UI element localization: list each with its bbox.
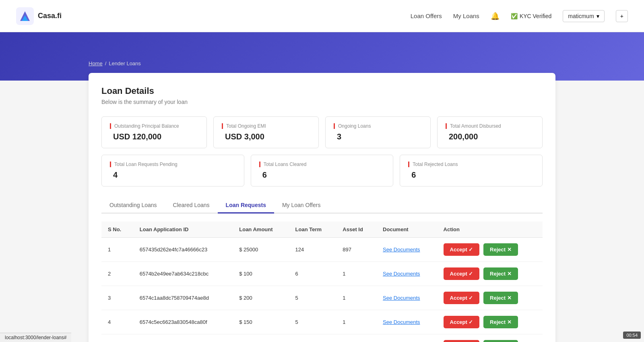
table-row: 1 657435d262e4fc7a46666c23 $ 25000 124 8… xyxy=(101,238,543,262)
cell-appid-1: 6574b2e49ee7ab634c218cbc xyxy=(133,262,233,286)
add-button[interactable]: + xyxy=(616,10,628,22)
stat-value-2: 3 xyxy=(334,132,422,141)
tab-cleared[interactable]: Cleared Loans xyxy=(165,198,218,213)
col-header-6: Action xyxy=(437,222,543,238)
stat-label-0: Outstanding Principal Balance xyxy=(110,123,198,129)
stat-value-r2-2: 6 xyxy=(408,170,534,180)
accept-button-3[interactable]: Accept ✓ xyxy=(444,316,480,328)
cell-sno-1: 2 xyxy=(101,262,133,286)
accept-button-4[interactable]: Accept ✓ xyxy=(444,340,480,342)
logo-icon xyxy=(16,7,34,25)
stat-card-r2-1: Total Loans Cleared 6 xyxy=(251,155,394,187)
stats-row-1: Outstanding Principal Balance USD 120,00… xyxy=(101,116,543,148)
col-header-2: Loan Amount xyxy=(233,222,289,238)
cell-appid-0: 657435d262e4fc7a46666c23 xyxy=(133,238,233,262)
main-card: Loan Details Below is the summary of you… xyxy=(89,73,555,342)
tabs: Outstanding LoansCleared LoansLoan Reque… xyxy=(101,198,543,213)
stat-label-r2-0: Total Loan Requests Pending xyxy=(110,162,236,167)
col-header-4: Asset Id xyxy=(336,222,376,238)
stat-card-r2-2: Total Rejected Loans 6 xyxy=(400,155,543,187)
cell-action-1: Accept ✓ Reject ✕ xyxy=(437,262,543,286)
stat-value-0: USD 120,000 xyxy=(110,132,198,141)
logo-text: Casa.fi xyxy=(38,12,62,20)
reject-button-2[interactable]: Reject ✕ xyxy=(483,292,518,304)
page-title: Loan Details xyxy=(101,86,543,96)
kyc-label: KYC Verified xyxy=(520,13,551,19)
cell-amount-0: $ 25000 xyxy=(233,238,289,262)
table-row: 4 6574c5ec6623a830548ca80f $ 150 5 1 See… xyxy=(101,310,543,334)
tab-outstanding[interactable]: Outstanding Loans xyxy=(101,198,165,213)
cell-amount-3: $ 150 xyxy=(233,310,289,334)
cell-sno-3: 4 xyxy=(101,310,133,334)
nav-my-loans[interactable]: My Loans xyxy=(453,12,479,19)
col-header-0: S No. xyxy=(101,222,133,238)
reject-button-3[interactable]: Reject ✕ xyxy=(483,316,518,328)
cell-term-4: 5 xyxy=(289,334,336,342)
user-dropdown[interactable]: maticmum ▾ xyxy=(563,10,605,22)
doc-link-0[interactable]: See Documents xyxy=(383,247,420,253)
cell-sno-0: 1 xyxy=(101,238,133,262)
cell-term-2: 5 xyxy=(289,286,336,310)
breadcrumb: Home / Lender Loans xyxy=(89,56,555,73)
breadcrumb-home[interactable]: Home xyxy=(89,60,103,66)
cell-appid-4: 6574c8175738595da8a81372 xyxy=(133,334,233,342)
tab-requests[interactable]: Loan Requests xyxy=(218,198,274,213)
cell-amount-2: $ 200 xyxy=(233,286,289,310)
cell-action-4: Accept ✓ Reject ✕ xyxy=(437,334,543,342)
table-row: 5 6574c8175738595da8a81372 $ 180 5 1 See… xyxy=(101,334,543,342)
cell-sno-2: 3 xyxy=(101,286,133,310)
stat-value-r2-1: 6 xyxy=(259,170,385,180)
stat-label-1: Total Ongoing EMI xyxy=(222,123,310,129)
doc-link-3[interactable]: See Documents xyxy=(383,319,420,325)
bell-icon[interactable]: 🔔 xyxy=(491,12,500,21)
cell-action-2: Accept ✓ Reject ✕ xyxy=(437,286,543,310)
stat-label-3: Total Amount Disbursed xyxy=(446,123,534,129)
nav-loan-offers[interactable]: Loan Offers xyxy=(411,12,442,19)
cell-asset-4: 1 xyxy=(336,334,376,342)
cell-action-0: Accept ✓ Reject ✕ xyxy=(437,238,543,262)
reject-button-0[interactable]: Reject ✕ xyxy=(483,243,518,256)
table-header: S No.Loan Application IDLoan AmountLoan … xyxy=(101,222,543,238)
time-badge: 00:54 xyxy=(623,332,641,339)
cell-appid-2: 6574c1aa8dc758709474ae8d xyxy=(133,286,233,310)
chevron-down-icon: ▾ xyxy=(597,13,599,19)
user-name: maticmum xyxy=(568,13,594,19)
accept-button-0[interactable]: Accept ✓ xyxy=(444,243,480,256)
accept-button-1[interactable]: Accept ✓ xyxy=(444,267,480,280)
cell-amount-4: $ 180 xyxy=(233,334,289,342)
stat-label-2: Ongoing Loans xyxy=(334,123,422,129)
cell-doc-3: See Documents xyxy=(376,310,437,334)
stats-row-2: Total Loan Requests Pending 4 Total Loan… xyxy=(101,155,543,187)
cell-asset-3: 1 xyxy=(336,310,376,334)
kyc-check-icon: ✅ xyxy=(511,13,518,19)
col-header-3: Loan Term xyxy=(289,222,336,238)
loans-table: S No.Loan Application IDLoan AmountLoan … xyxy=(101,222,543,342)
doc-link-1[interactable]: See Documents xyxy=(383,271,420,277)
cell-asset-1: 1 xyxy=(336,262,376,286)
cell-doc-0: See Documents xyxy=(376,238,437,262)
cell-doc-1: See Documents xyxy=(376,262,437,286)
main-container: Home / Lender Loans Loan Details Below i… xyxy=(80,56,564,342)
cell-asset-2: 1 xyxy=(336,286,376,310)
doc-link-2[interactable]: See Documents xyxy=(383,295,420,301)
accept-button-2[interactable]: Accept ✓ xyxy=(444,292,480,304)
nav-area: Loan Offers My Loans 🔔 ✅ KYC Verified ma… xyxy=(411,10,628,22)
tab-offers[interactable]: My Loan Offers xyxy=(274,198,328,213)
stat-value-r2-0: 4 xyxy=(110,170,236,180)
stat-card-2: Ongoing Loans 3 xyxy=(325,116,431,148)
cell-doc-4: See Documents xyxy=(376,334,437,342)
table-body: 1 657435d262e4fc7a46666c23 $ 25000 124 8… xyxy=(101,238,543,342)
stat-card-0: Outstanding Principal Balance USD 120,00… xyxy=(101,116,207,148)
page-subtitle: Below is the summary of your loan xyxy=(101,99,543,105)
table-row: 2 6574b2e49ee7ab634c218cbc $ 100 6 1 See… xyxy=(101,262,543,286)
reject-button-4[interactable]: Reject ✕ xyxy=(483,340,518,342)
table-wrapper: S No.Loan Application IDLoan AmountLoan … xyxy=(101,222,543,342)
breadcrumb-separator: / xyxy=(105,60,107,66)
reject-button-1[interactable]: Reject ✕ xyxy=(483,267,518,280)
header: Casa.fi Loan Offers My Loans 🔔 ✅ KYC Ver… xyxy=(0,0,644,32)
stat-card-3: Total Amount Disbursed 200,000 xyxy=(437,116,543,148)
table-row: 3 6574c1aa8dc758709474ae8d $ 200 5 1 See… xyxy=(101,286,543,310)
url-display: localhost:3000/lender-loans# xyxy=(5,335,66,340)
breadcrumb-current: Lender Loans xyxy=(109,60,141,66)
cell-sno-4: 5 xyxy=(101,334,133,342)
